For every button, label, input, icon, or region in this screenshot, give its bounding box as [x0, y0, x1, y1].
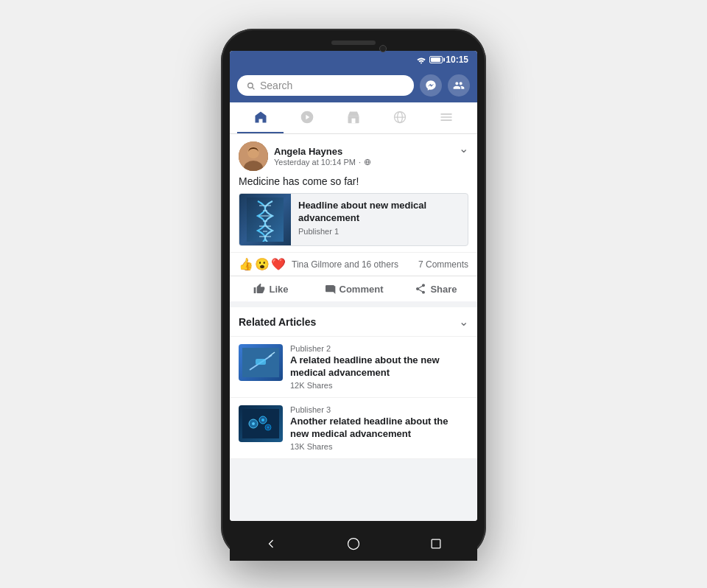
- related-headline-1: A related headline about the new medical…: [290, 354, 468, 379]
- svg-rect-17: [247, 197, 284, 242]
- related-publisher-2: Publisher 3: [290, 405, 468, 414]
- reaction-icons: 👍 😮 ❤️: [239, 257, 286, 271]
- battery-icon: [429, 56, 443, 63]
- tab-marketplace[interactable]: [330, 102, 376, 133]
- back-button[interactable]: [260, 533, 282, 555]
- svg-point-31: [252, 422, 255, 425]
- reactions-bar: 👍 😮 ❤️ Tina Gilmore and 16 others 7 Comm…: [230, 252, 477, 276]
- related-headline-2: Another related headline about the new m…: [290, 416, 468, 441]
- status-icons: 10:15: [416, 55, 468, 65]
- globe-icon: [393, 110, 407, 125]
- post-header: Angela Haynes Yesterday at 10:14 PM ·: [230, 134, 477, 175]
- like-button[interactable]: Like: [230, 278, 312, 300]
- related-info-2: Publisher 3 Another related headline abo…: [290, 405, 468, 451]
- status-bar: 10:15: [230, 51, 477, 69]
- comment-button[interactable]: Comment: [312, 278, 395, 300]
- svg-point-36: [348, 539, 359, 550]
- like-icon: [253, 283, 265, 295]
- status-time: 10:15: [446, 55, 468, 65]
- like-label: Like: [269, 284, 288, 295]
- post-text: Medicine has come so far!: [230, 175, 477, 193]
- post-author: Angela Haynes Yesterday at 10:14 PM ·: [239, 141, 371, 171]
- share-label: Share: [430, 284, 457, 295]
- phone-speaker: [331, 41, 376, 45]
- article-publisher: Publisher 1: [298, 227, 460, 236]
- reaction-people: Tina Gilmore and 16 others: [292, 259, 398, 270]
- home-button[interactable]: [342, 533, 365, 555]
- related-shares-2: 13K Shares: [290, 442, 468, 451]
- header-icons: [420, 74, 470, 97]
- phone-frame: 10:15 Search: [221, 29, 486, 559]
- related-item-1[interactable]: Publisher 2 A related headline about the…: [230, 337, 477, 398]
- author-name: Angela Haynes: [274, 146, 371, 157]
- share-button[interactable]: Share: [395, 278, 477, 300]
- related-header: Related Articles ⌄: [230, 307, 477, 337]
- menu-icon: [439, 110, 454, 125]
- marketplace-icon: [346, 110, 361, 125]
- search-input-wrap[interactable]: Search: [237, 75, 414, 96]
- article-info: Headline about new medical advancement P…: [291, 194, 468, 245]
- friends-icon: [453, 80, 465, 91]
- svg-rect-37: [432, 539, 440, 548]
- messenger-icon: [425, 80, 437, 91]
- like-emoji: 👍: [239, 257, 253, 271]
- search-bar: Search: [230, 69, 477, 102]
- action-buttons: Like Comment Share: [230, 276, 477, 301]
- video-icon: [300, 110, 314, 125]
- feed-content[interactable]: Angela Haynes Yesterday at 10:14 PM ·: [230, 134, 477, 521]
- post-options-chevron[interactable]: ⌄: [459, 141, 468, 155]
- author-info: Angela Haynes Yesterday at 10:14 PM ·: [274, 146, 371, 167]
- search-placeholder: Search: [260, 80, 292, 91]
- post-meta: Yesterday at 10:14 PM ·: [274, 158, 371, 167]
- circle-icon: [346, 536, 361, 551]
- related-title: Related Articles: [239, 316, 316, 328]
- messenger-button[interactable]: [420, 74, 442, 97]
- phone-camera: [379, 45, 387, 52]
- tab-newsfeed[interactable]: [237, 102, 284, 133]
- recents-button[interactable]: [425, 533, 447, 555]
- related-thumb-2: [239, 405, 283, 442]
- related-thumb-1: [239, 344, 283, 381]
- bottom-nav: [230, 527, 477, 561]
- share-icon: [415, 283, 426, 295]
- svg-point-33: [261, 419, 264, 421]
- square-icon: [429, 536, 443, 551]
- related-publisher-1: Publisher 2: [290, 344, 468, 353]
- comment-label: Comment: [340, 284, 384, 295]
- wow-emoji: 😮: [255, 257, 270, 271]
- tab-menu[interactable]: [423, 102, 470, 133]
- wifi-icon: [416, 55, 426, 64]
- tab-globe[interactable]: [377, 102, 423, 133]
- phone-screen: 10:15 Search: [230, 51, 477, 521]
- post-card: Angela Haynes Yesterday at 10:14 PM ·: [230, 134, 477, 301]
- back-icon: [264, 536, 278, 551]
- comment-icon: [324, 283, 336, 295]
- friends-button[interactable]: [448, 74, 470, 97]
- svg-rect-29: [242, 409, 279, 438]
- tab-video[interactable]: [284, 102, 330, 133]
- related-shares-1: 12K Shares: [290, 381, 468, 390]
- nav-tabs: [230, 102, 477, 134]
- svg-rect-27: [256, 359, 266, 365]
- svg-point-35: [267, 426, 270, 428]
- post-time: Yesterday at 10:14 PM: [274, 158, 356, 167]
- globe-privacy-icon: [364, 158, 371, 166]
- home-icon: [253, 110, 268, 125]
- dna-image: [247, 197, 284, 242]
- article-thumbnail: [239, 194, 291, 245]
- avatar: [239, 141, 268, 171]
- heart-emoji: ❤️: [271, 257, 286, 271]
- article-headline: Headline about new medical advancement: [298, 200, 460, 225]
- search-icon: [246, 81, 256, 91]
- article-preview[interactable]: Headline about new medical advancement P…: [239, 193, 468, 246]
- related-item-2[interactable]: Publisher 3 Another related headline abo…: [230, 398, 477, 459]
- comments-count: 7 Comments: [418, 259, 468, 270]
- related-info-1: Publisher 2 A related headline about the…: [290, 344, 468, 390]
- related-chevron[interactable]: ⌄: [459, 315, 468, 329]
- related-articles: Related Articles ⌄: [230, 307, 477, 459]
- dot-separator: ·: [359, 158, 361, 167]
- svg-rect-3: [352, 119, 356, 124]
